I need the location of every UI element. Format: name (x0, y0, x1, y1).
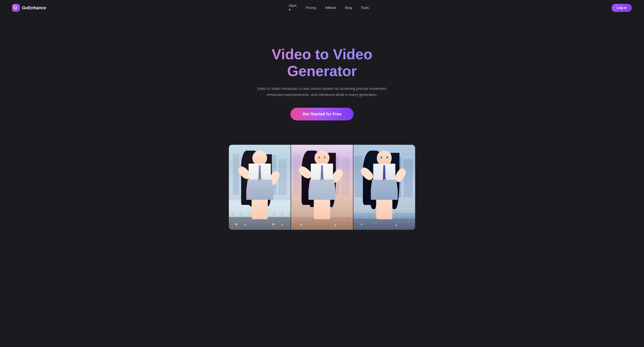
logo[interactable]: U GoEnhance (12, 4, 46, 12)
bokeh-light-4 (282, 224, 283, 226)
bokeh-2-4 (344, 221, 345, 222)
char-legs-1 (252, 198, 268, 219)
char-legs-2 (314, 198, 330, 219)
char-eyes-2 (316, 156, 328, 160)
bokeh-2-1 (300, 224, 302, 226)
nav-item-tools[interactable]: Tools (361, 6, 369, 10)
logo-icon: U (12, 4, 20, 12)
nav-item-pricing[interactable]: Pricing (306, 6, 316, 10)
nav-item-affiliate[interactable]: Affiliate (325, 6, 336, 10)
navbar: U GoEnhance Apps ▾ Pricing Affiliate Blo… (0, 0, 644, 16)
bokeh-light-1 (235, 223, 238, 226)
cta-button[interactable]: Get Started for Free (290, 108, 354, 120)
nav-label-tools: Tools (361, 6, 369, 10)
svg-text:U: U (14, 6, 17, 10)
char-skirt-2 (309, 180, 336, 200)
char-skirt-1 (246, 180, 273, 200)
svg-point-26 (294, 213, 296, 215)
character-1 (236, 150, 283, 223)
showcase-panel-3 (354, 145, 415, 230)
character-3 (361, 150, 408, 223)
char-eyes-3 (378, 156, 390, 160)
nav-label-apps: Apps (289, 4, 297, 8)
char-head-1 (252, 150, 267, 165)
svg-point-42 (356, 215, 358, 217)
bokeh-light-3 (272, 223, 274, 226)
char-skirt-3 (371, 180, 398, 200)
page-wrapper: Video to Video Generator Video to Video … (0, 16, 644, 230)
char-legs-3 (376, 198, 392, 219)
svg-point-10 (232, 213, 234, 215)
login-button[interactable]: Log in (612, 4, 632, 12)
nav-item-apps[interactable]: Apps ▾ (289, 4, 297, 12)
showcase-panel-1 (229, 145, 290, 230)
character-2 (299, 150, 345, 223)
hero-subtitle: Video to Video introduces a new control … (255, 86, 389, 98)
svg-point-49 (413, 215, 415, 217)
svg-point-33 (351, 213, 353, 215)
nav-label-pricing: Pricing (306, 6, 316, 10)
chevron-down-icon: ▾ (289, 8, 297, 12)
showcase-panel-2 (291, 145, 353, 230)
bokeh-2-3 (334, 224, 336, 226)
hero-content: Video to Video Generator Video to Video … (231, 30, 413, 145)
svg-point-17 (288, 213, 290, 215)
brand-name: GoEnhance (22, 5, 46, 10)
hero-title: Video to Video Generator (235, 46, 409, 80)
nav-label-affiliate: Affiliate (325, 6, 336, 10)
nav-links: Apps ▾ Pricing Affiliate Blog Tools (289, 4, 369, 12)
showcase (229, 145, 415, 230)
hero-section: Video to Video Generator Video to Video … (0, 16, 644, 230)
bokeh-3-2 (375, 222, 376, 224)
nav-item-blog[interactable]: Blog (345, 6, 352, 10)
nav-label-blog: Blog (345, 6, 352, 10)
